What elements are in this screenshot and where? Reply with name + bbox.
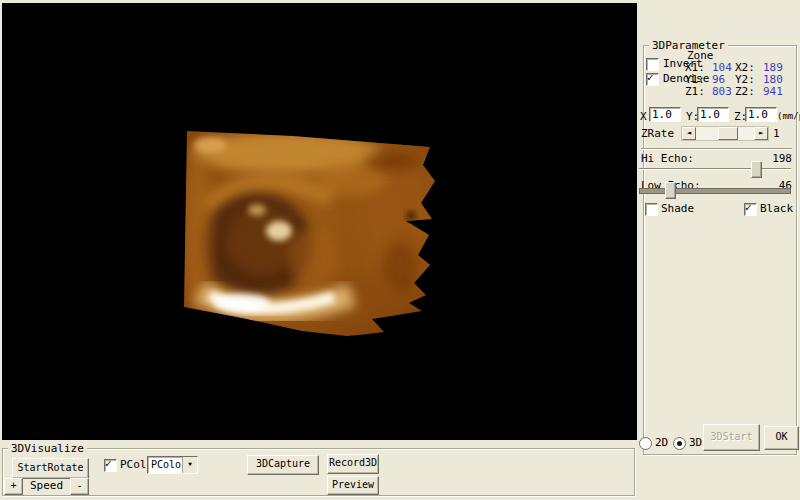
scale-unit-label: (mm/p)	[777, 110, 800, 122]
zrate-label: ZRate	[641, 128, 674, 140]
low-echo-track[interactable]	[639, 188, 791, 194]
mode-2d-label: 2D	[655, 437, 668, 449]
zone-z1-value: 803	[712, 86, 732, 98]
y-scale-input[interactable]	[697, 107, 729, 122]
z-scale-input[interactable]	[745, 107, 777, 122]
start-rotate-button[interactable]: StartRotate	[12, 458, 89, 479]
divider	[641, 148, 792, 150]
check-icon: ✓	[745, 201, 752, 214]
shade-checkbox[interactable]	[645, 203, 658, 216]
zone-z2-value: 941	[763, 86, 783, 98]
hi-echo-label: Hi Echo:	[641, 153, 694, 165]
invert-checkbox[interactable]	[646, 58, 659, 71]
render-viewport[interactable]	[2, 3, 637, 440]
low-echo-thumb[interactable]	[665, 182, 676, 199]
mode-2d-radio[interactable]	[639, 437, 652, 450]
shade-label: Shade	[661, 203, 694, 215]
app-window: 3DParameter Invert ✓ Denoise Zone X1: 10…	[0, 0, 800, 500]
ultrasound-render	[2, 3, 637, 440]
check-icon: ✓	[647, 71, 654, 84]
zrate-right-arrow[interactable]: ►	[754, 127, 768, 140]
visualize-groupbox-title: 3DVisualize	[8, 442, 87, 455]
mode-3d-label: 3D	[689, 437, 702, 449]
zone-z2-label: Z2:	[735, 86, 755, 98]
check-icon: ✓	[105, 457, 112, 470]
speed-label: Speed	[30, 480, 63, 492]
black-label: Black	[760, 203, 793, 215]
record3d-button[interactable]: Record3D	[327, 454, 379, 474]
speed-minus-button[interactable]: -	[70, 478, 89, 495]
hi-echo-track[interactable]	[639, 168, 791, 170]
radio-dot	[677, 441, 682, 446]
pcolor-checkbox[interactable]: ✓	[104, 459, 117, 472]
denoise-checkbox[interactable]: ✓	[646, 73, 659, 86]
black-checkbox[interactable]: ✓	[744, 203, 757, 216]
speed-plus-button[interactable]: +	[4, 478, 23, 495]
x-scale-input[interactable]	[649, 107, 681, 122]
zrate-scrollbar[interactable]: ◄ ►	[681, 126, 769, 141]
capture3d-button[interactable]: 3DCapture	[247, 455, 319, 475]
hi-echo-thumb[interactable]	[751, 161, 762, 178]
chevron-down-icon[interactable]: ▼	[182, 457, 197, 473]
zrate-value: 1	[773, 128, 780, 140]
zrate-thumb[interactable]	[718, 127, 738, 140]
preview-button[interactable]: Preview	[327, 476, 379, 495]
zone-z1-label: Z1:	[685, 86, 705, 98]
pcolor-dropdown[interactable]: PColor ▼	[147, 456, 198, 474]
mode-3d-radio[interactable]	[673, 437, 686, 450]
ok-button[interactable]: OK	[764, 426, 799, 450]
start3d-button[interactable]: 3DStart	[703, 424, 760, 451]
zrate-left-arrow[interactable]: ◄	[682, 127, 696, 140]
